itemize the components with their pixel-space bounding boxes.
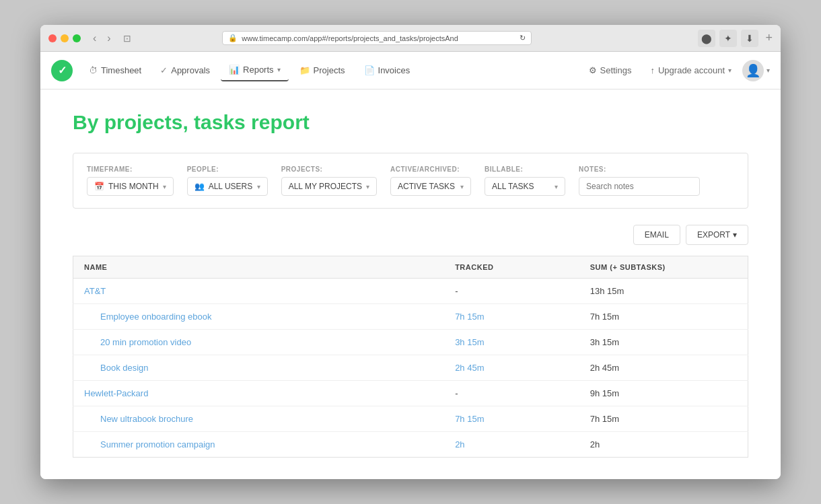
tracked-time-link[interactable]: 3h 15m [455,337,484,347]
task-name-link[interactable]: Book design [84,363,149,373]
extension-icon-3[interactable]: ⬇ [741,30,758,47]
projects-arrow-icon: ▾ [366,183,369,190]
reports-icon: 📊 [229,65,240,75]
project-tracked: - [444,279,579,304]
project-name-link[interactable]: AT&T [84,286,106,296]
col-header-tracked: TRACKED [444,256,579,279]
task-name-link[interactable]: Summer promotion campaign [84,439,215,449]
window-toggle-button[interactable]: ⊡ [123,33,131,44]
timesheet-icon: ⏱ [89,65,98,75]
notes-search-input[interactable] [579,177,700,196]
filter-bar: TIMEFRAME: 📅 THIS MONTH ▾ PEOPLE: 👥 ALL … [73,153,748,209]
timeframe-label: TIMEFRAME: [87,166,174,173]
task-sum: 2h 45m [579,355,748,381]
project-tracked: - [444,381,579,406]
close-button[interactable] [48,34,57,42]
billable-select[interactable]: ALL TASKS ▾ [485,177,565,196]
tracked-time-link[interactable]: 2h 45m [455,363,484,373]
extension-icon-2[interactable]: ✦ [719,30,737,47]
tracked-time-link[interactable]: 7h 15m [455,312,484,322]
active-archived-select[interactable]: ACTIVE TASKS ▾ [390,177,471,196]
billable-filter-group: BILLABLE: ALL TASKS ▾ [485,166,565,196]
task-sum: 2h [579,432,748,458]
table-row: Summer promotion campaign 2h 2h [73,432,748,458]
export-dropdown-icon: ▾ [733,230,737,240]
projects-value: ALL MY PROJECTS [289,182,362,191]
timeframe-filter-group: TIMEFRAME: 📅 THIS MONTH ▾ [87,166,174,196]
task-sum: 7h 15m [579,406,748,432]
report-table: NAME TRACKED SUM (+ SUBTASKS) AT&T - 13h… [73,256,748,458]
project-sum: 9h 15m [579,381,748,406]
timeframe-value: THIS MONTH [108,182,159,191]
traffic-lights [48,34,81,42]
nav-projects[interactable]: 📁 Projects [291,60,353,81]
user-avatar[interactable]: 👤 [742,60,764,81]
task-tracked: 2h 45m [444,355,579,381]
projects-filter-group: PROJECTS: ALL MY PROJECTS ▾ [281,166,377,196]
timeframe-select[interactable]: 📅 THIS MONTH ▾ [87,177,174,196]
billable-arrow-icon: ▾ [555,183,558,190]
table-row: New ultrabook brochure 7h 15m 7h 15m [73,406,748,432]
tracked-time-link[interactable]: 7h 15m [455,414,484,424]
nav-right: ⚙ Settings ↑ Upgrade account ▾ 👤 ▾ [581,60,771,81]
back-button[interactable]: ‹ [89,31,100,46]
nav-upgrade[interactable]: ↑ Upgrade account ▾ [642,60,740,81]
task-name-link[interactable]: 20 min promotion video [84,337,191,347]
reports-dropdown-icon: ▾ [277,66,281,73]
task-name-link[interactable]: New ultrabook brochure [84,414,193,424]
nav-reports[interactable]: 📊 Reports ▾ [221,59,289,81]
nav-approvals[interactable]: ✓ Approvals [152,60,218,81]
titlebar: ‹ › ⊡ 🔒 www.timecamp.com/app#/reports/pr… [40,25,781,52]
task-tracked: 2h [444,432,579,458]
app-navbar: ✓ ⏱ Timesheet ✓ Approvals 📊 Reports ▾ 📁 … [40,52,781,89]
forward-button[interactable]: › [103,31,114,46]
extension-icon-1[interactable]: ⬤ [698,30,715,47]
col-header-name: NAME [73,256,445,279]
email-button[interactable]: EMAIL [633,225,680,245]
export-button[interactable]: EXPORT ▾ [686,225,748,245]
tracked-time-link[interactable]: 2h [455,439,464,449]
task-tracked: 7h 15m [444,406,579,432]
nav-settings-label: Settings [600,65,632,75]
calendar-icon: 📅 [94,182,104,191]
table-row: AT&T - 13h 15m [73,279,748,304]
people-select[interactable]: 👥 ALL USERS ▾ [187,177,268,196]
active-archived-label: ACTIVE/ARCHIVED: [390,166,471,173]
upgrade-icon: ↑ [650,65,655,75]
task-name-link[interactable]: Employee onboarding ebook [84,312,212,322]
maximize-button[interactable] [73,34,81,42]
url-text: www.timecamp.com/app#/reports/projects_a… [242,34,515,42]
notes-filter-group: NOTES: [579,166,700,196]
main-content: By projects, tasks report TIMEFRAME: 📅 T… [40,89,781,479]
logo[interactable]: ✓ [51,60,73,81]
nav-approvals-label: Approvals [171,65,210,75]
people-filter-group: PEOPLE: 👥 ALL USERS ▾ [187,166,268,196]
table-row: Employee onboarding ebook 7h 15m 7h 15m [73,304,748,330]
people-value: ALL USERS [209,182,253,191]
project-sum: 13h 15m [579,279,748,304]
nav-timesheet[interactable]: ⏱ Timesheet [81,60,149,81]
upgrade-dropdown-icon: ▾ [728,67,731,74]
nav-settings[interactable]: ⚙ Settings [581,60,640,81]
export-label: EXPORT [697,230,730,240]
nav-reports-label: Reports [243,65,274,75]
billable-label: BILLABLE: [485,166,565,173]
refresh-icon[interactable]: ↻ [520,34,526,42]
task-tracked: 3h 15m [444,330,579,355]
people-arrow-icon: ▾ [257,183,260,190]
user-dropdown-icon[interactable]: ▾ [766,67,770,74]
minimize-button[interactable] [61,34,69,42]
nav-upgrade-label: Upgrade account [658,65,725,75]
project-name-link[interactable]: Hewlett-Packard [84,388,148,398]
nav-projects-label: Projects [314,65,345,75]
url-bar[interactable]: 🔒 www.timecamp.com/app#/reports/projects… [222,31,532,45]
browser-nav-buttons: ‹ › [89,31,115,46]
table-row: 20 min promotion video 3h 15m 3h 15m [73,330,748,355]
task-tracked: 7h 15m [444,304,579,330]
app-window: ‹ › ⊡ 🔒 www.timecamp.com/app#/reports/pr… [40,25,781,479]
nav-invoices[interactable]: 📄 Invoices [356,60,419,81]
page-title: By projects, tasks report [73,111,748,134]
projects-select[interactable]: ALL MY PROJECTS ▾ [281,177,377,196]
active-archived-arrow-icon: ▾ [460,183,464,190]
add-tab-button[interactable]: + [765,31,773,45]
